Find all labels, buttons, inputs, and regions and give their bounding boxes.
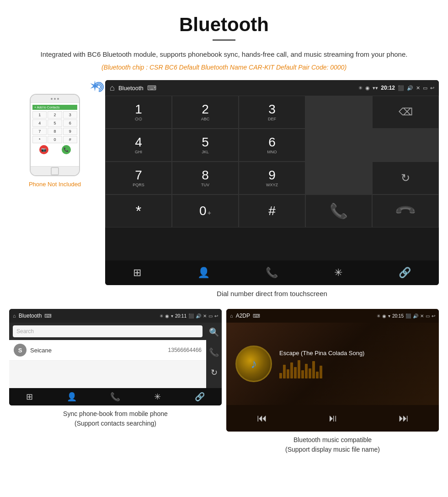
key-7[interactable]: 7 PQRS: [105, 162, 172, 194]
phone-keypad: 1 2 3 4 5 6 7 8 9 * 0 #: [32, 111, 77, 143]
phone-key: 5: [48, 119, 62, 127]
phone-screen: + Add to Contacts 1 2 3 4 5 6 7 8 9 * 0 …: [31, 103, 79, 166]
person-icon[interactable]: 👤: [191, 264, 216, 281]
pb-grid-icon[interactable]: ⊞: [26, 392, 33, 402]
phone-video-btn: 📷: [39, 145, 48, 154]
pb-search-icon[interactable]: 🔍: [209, 327, 219, 337]
pb-status-bar: ⌂ Bluetooth ⌨ ✳ ◉ ▾ 20:11 ⬛ 🔊 ✕ ▭ ↩: [9, 309, 222, 323]
eq-bar: [294, 367, 297, 378]
pb-bt-icon: ✳: [160, 313, 163, 319]
music-home-icon[interactable]: ⌂: [230, 313, 233, 319]
key-empty-3: [372, 129, 439, 162]
pb-refresh-icon[interactable]: ↻: [211, 367, 218, 378]
phonebook-screen: ⌂ Bluetooth ⌨ ✳ ◉ ▾ 20:11 ⬛ 🔊 ✕ ▭ ↩: [9, 309, 222, 405]
music-back-icon[interactable]: ↩: [432, 313, 435, 319]
pb-search-field[interactable]: Search: [13, 325, 203, 337]
music-status-left: ⌂ A2DP ⌨: [230, 313, 260, 319]
wifi-icon: ▾▾: [373, 85, 378, 91]
music-next-btn[interactable]: ⏭: [389, 411, 418, 426]
music-mon-icon: ▭: [426, 313, 430, 319]
phone-icon[interactable]: 📞: [259, 264, 284, 281]
pb-wifi-icon: ▾: [171, 313, 173, 319]
music-play-btn[interactable]: ⏯: [319, 411, 347, 426]
home-icon[interactable]: ⌂: [110, 83, 115, 93]
pb-time: 20:11: [175, 313, 187, 319]
phone-call-btn: 📞: [62, 145, 71, 154]
key-2[interactable]: 2 ABC: [172, 96, 239, 129]
main-content: ✶ + Ad: [0, 80, 448, 309]
music-x-icon: ✕: [420, 313, 424, 319]
pb-bt-icon-bottom[interactable]: ✳: [154, 392, 161, 402]
bluetooth-icon[interactable]: ✳: [328, 264, 349, 281]
key-9[interactable]: 9 WXYZ: [239, 162, 305, 194]
music-status-right: ✳ ◉ ▾ 20:15 ⬛ 🔊 ✕ ▭ ↩: [377, 313, 435, 319]
dial-caption: Dial number direct from touchscreen: [105, 285, 439, 304]
key-star[interactable]: *: [105, 194, 172, 227]
pb-icons-col: 🔍 📞 ↻: [206, 323, 222, 388]
page-title: Bluetooth: [27, 14, 421, 36]
bluetooth-signal-icon: ✶: [90, 80, 99, 93]
status-right: ✳ ◉ ▾▾ 20:12 ⬛ 🔊 ✕ ▭ ↩: [358, 85, 434, 91]
music-screen: ⌂ A2DP ⌨ ✳ ◉ ▾ 20:15 ⬛ 🔊 ✕ ▭ ↩: [226, 309, 439, 432]
dial-status-bar: ⌂ Bluetooth ⌨ ✳ ◉ ▾▾ 20:12 ⬛ 🔊 ✕ ▭ ↩: [105, 80, 439, 96]
key-5[interactable]: 5 JKL: [172, 129, 239, 162]
music-time: 20:15: [392, 313, 404, 319]
key-3[interactable]: 3 DEF: [239, 96, 305, 129]
key-hash[interactable]: #: [239, 194, 305, 227]
key-call-green[interactable]: 📞: [305, 194, 372, 227]
phonebook-screenshot: ⌂ Bluetooth ⌨ ✳ ◉ ▾ 20:11 ⬛ 🔊 ✕ ▭ ↩: [9, 309, 222, 455]
monitor-icon: ▭: [423, 85, 427, 91]
pb-back-icon[interactable]: ↩: [214, 313, 218, 319]
specs-text: (Bluetooth chip : CSR BC6 Default Blueto…: [27, 64, 421, 71]
bottom-screenshots: ⌂ Bluetooth ⌨ ✳ ◉ ▾ 20:11 ⬛ 🔊 ✕ ▭ ↩: [0, 309, 448, 465]
location-icon: ◉: [365, 85, 370, 91]
music-prev-btn[interactable]: ⏮: [248, 411, 276, 426]
pb-contact-row[interactable]: S Seicane 13566664466: [9, 340, 206, 361]
pb-mon-icon: ▭: [208, 313, 213, 319]
key-0[interactable]: 0 +: [172, 194, 239, 227]
status-left: ⌂ Bluetooth ⌨: [110, 83, 156, 93]
dial-screen-title: Bluetooth: [118, 85, 144, 92]
eq-bar: [283, 365, 286, 378]
dial-screen: ⌂ Bluetooth ⌨ ✳ ◉ ▾▾ 20:12 ⬛ 🔊 ✕ ▭ ↩: [105, 80, 439, 285]
phone-key: 2: [48, 111, 62, 119]
phone-home-btn: [51, 167, 59, 175]
phone-section: ✶ + Ad: [9, 80, 101, 188]
back-icon[interactable]: ↩: [430, 85, 434, 91]
eq-bar: [312, 361, 315, 378]
key-6[interactable]: 6 MNO: [239, 129, 305, 162]
music-song-title: Escape (The Pina Colada Song): [279, 350, 430, 357]
pb-link-icon[interactable]: 🔗: [195, 392, 205, 402]
eq-bar: [305, 364, 308, 378]
key-8[interactable]: 8 TUV: [172, 162, 239, 194]
music-usb-icon: ⌨: [253, 313, 260, 319]
music-wifi-icon: ▾: [388, 313, 390, 319]
usb-icon: ⌨: [147, 84, 156, 92]
key-call-red[interactable]: 📞: [372, 194, 439, 227]
key-4[interactable]: 4 GHI: [105, 129, 172, 162]
eq-bar: [298, 360, 300, 378]
key-1[interactable]: 1 ⌬⌬: [105, 96, 172, 129]
pb-x-icon: ✕: [203, 313, 207, 319]
volume-icon: 🔊: [407, 85, 413, 91]
key-empty-4: [305, 162, 372, 194]
pb-home-icon[interactable]: ⌂: [13, 313, 16, 319]
music-controls: ⏮ ⏯ ⏭: [226, 405, 439, 432]
pb-contact-name: Seicane: [30, 347, 165, 354]
pb-call-icon[interactable]: 📞: [110, 392, 120, 402]
pb-phone-icon[interactable]: 📞: [209, 347, 219, 357]
signal-waves: [96, 81, 109, 95]
key-refresh[interactable]: ↻: [372, 162, 439, 194]
phone-key: 4: [32, 119, 47, 127]
music-bt-icon: ✳: [377, 313, 380, 319]
phone-key: 6: [63, 119, 77, 127]
phonebook-caption: Sync phone-book from mobile phone(Suppor…: [9, 405, 222, 429]
link-icon[interactable]: 🔗: [392, 264, 417, 281]
music-info: Escape (The Pina Colada Song): [279, 350, 430, 378]
key-backspace[interactable]: ⌫: [372, 96, 439, 129]
phone-contacts-bar: + Add to Contacts: [32, 105, 77, 110]
phone-not-included-label: Phone Not Included: [29, 181, 81, 188]
grid-icon[interactable]: ⊞: [127, 264, 148, 281]
pb-person-icon[interactable]: 👤: [67, 392, 77, 402]
phone-key: 1: [32, 111, 47, 119]
